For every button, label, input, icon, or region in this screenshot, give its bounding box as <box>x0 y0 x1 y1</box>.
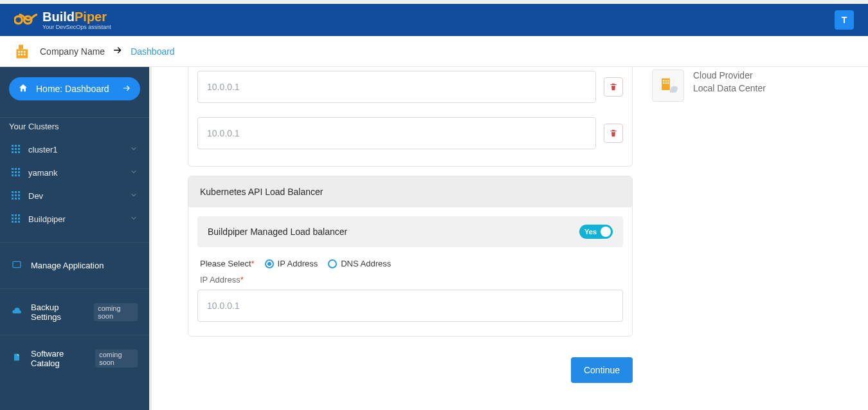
svg-rect-50 <box>667 80 669 82</box>
breadcrumb-current[interactable]: Dashboard <box>131 46 175 57</box>
sidebar-cluster-item[interactable]: cluster1 <box>0 138 149 161</box>
grid-icon <box>12 145 21 154</box>
sidebar-item-backup-settings[interactable]: Backup Settings coming soon <box>0 288 149 335</box>
sidebar-cluster-item[interactable]: yamank <box>0 161 149 184</box>
grid-icon <box>12 168 21 177</box>
radio-ip-address[interactable]: IP Address <box>265 259 318 268</box>
svg-rect-33 <box>18 194 20 196</box>
svg-rect-25 <box>12 174 14 176</box>
sidebar-cluster-item[interactable]: Dev <box>0 184 149 207</box>
svg-rect-52 <box>665 82 667 84</box>
grid-icon <box>12 214 21 223</box>
breadcrumb: Company Name Dashboard <box>0 36 868 67</box>
cloud-icon <box>12 306 22 318</box>
svg-rect-47 <box>662 79 670 90</box>
sidebar-cluster-label: Dev <box>28 191 122 201</box>
managed-lb-toggle[interactable]: Yes <box>579 225 613 239</box>
svg-rect-36 <box>18 198 20 200</box>
top-bar: BuildPiper Your DevSecOps assistant T <box>0 0 868 36</box>
svg-rect-39 <box>18 214 20 216</box>
sidebar-home[interactable]: Home: Dashboard <box>9 77 140 100</box>
svg-rect-8 <box>21 53 23 55</box>
svg-rect-3 <box>19 44 23 49</box>
svg-rect-7 <box>18 53 20 55</box>
sidebar-item-label: Software Catalog <box>31 349 86 368</box>
svg-rect-4 <box>18 51 20 53</box>
svg-rect-21 <box>18 168 20 170</box>
sidebar-cluster-label: yamank <box>28 168 122 178</box>
ip-input[interactable] <box>197 117 596 149</box>
svg-rect-34 <box>12 198 14 200</box>
sidebar-cluster-item[interactable]: Buildpiper <box>0 207 149 230</box>
delete-ip-button[interactable] <box>604 124 623 143</box>
grid-icon <box>12 191 21 200</box>
application-icon <box>12 259 22 272</box>
sidebar-item-manage-application[interactable]: Manage Application <box>0 242 149 288</box>
arrow-right-icon <box>113 45 123 58</box>
radio-label: DNS Address <box>341 259 391 268</box>
user-avatar-button[interactable]: T <box>835 10 854 30</box>
svg-rect-12 <box>18 145 20 147</box>
continue-button[interactable]: Continue <box>571 357 633 383</box>
address-type-row: Please Select* IP Address DNS Address <box>197 259 623 268</box>
svg-rect-19 <box>12 168 14 170</box>
svg-rect-48 <box>663 80 664 82</box>
svg-rect-11 <box>15 145 17 147</box>
svg-rect-29 <box>15 191 17 193</box>
brand: BuildPiper Your DevSecOps assistant <box>14 10 111 30</box>
svg-rect-35 <box>15 198 17 200</box>
svg-rect-17 <box>15 151 17 153</box>
brand-logo-icon <box>14 12 37 28</box>
main-content: Kubernetes API Load Balancer Buildpiper … <box>149 67 868 410</box>
svg-rect-37 <box>12 214 14 216</box>
info-line: Cloud Provider <box>693 70 766 82</box>
sidebar-section-clusters: Your Clusters <box>0 117 149 138</box>
catalog-icon <box>12 352 22 364</box>
brand-name: BuildPiper <box>42 10 111 23</box>
svg-rect-46 <box>13 261 21 267</box>
svg-rect-53 <box>667 82 669 84</box>
svg-rect-40 <box>12 218 14 219</box>
company-icon <box>14 43 32 60</box>
sidebar-cluster-label: Buildpiper <box>28 214 122 224</box>
ip-input[interactable] <box>197 71 596 103</box>
sidebar-home-label: Home: Dashboard <box>36 84 114 94</box>
radio-icon <box>265 259 274 268</box>
cloud-provider-icon <box>652 70 684 102</box>
svg-rect-26 <box>15 174 17 176</box>
managed-lb-label: Buildpiper Managed Load balancer <box>208 227 347 237</box>
svg-rect-9 <box>24 53 26 55</box>
chevron-down-icon <box>130 167 138 178</box>
svg-rect-15 <box>18 148 20 150</box>
svg-rect-5 <box>21 51 23 53</box>
svg-point-0 <box>15 16 22 23</box>
breadcrumb-company: Company Name <box>40 46 105 57</box>
chevron-down-icon <box>130 191 138 201</box>
svg-rect-32 <box>15 194 17 196</box>
lb-ip-input[interactable] <box>197 290 623 322</box>
svg-rect-42 <box>18 218 20 219</box>
delete-ip-button[interactable] <box>604 77 623 97</box>
svg-rect-16 <box>12 151 14 153</box>
radio-dns-address[interactable]: DNS Address <box>328 259 391 268</box>
home-icon <box>18 83 28 95</box>
svg-rect-31 <box>12 194 14 196</box>
svg-rect-38 <box>15 214 17 216</box>
svg-rect-30 <box>18 191 20 193</box>
sidebar-item-label: Manage Application <box>31 261 104 270</box>
managed-lb-row: Buildpiper Managed Load balancer Yes <box>197 216 623 247</box>
chevron-down-icon <box>130 214 138 224</box>
info-sidebar: Cloud Provider Local Data Center <box>652 67 845 395</box>
svg-rect-28 <box>12 191 14 193</box>
sidebar-item-software-catalog[interactable]: Software Catalog coming soon <box>0 335 149 381</box>
svg-rect-49 <box>665 80 667 82</box>
info-line: Local Data Center <box>693 82 766 95</box>
sidebar-item-label: Backup Settings <box>31 303 85 322</box>
ip-field-label: IP Address* <box>200 275 623 284</box>
svg-rect-45 <box>18 221 20 223</box>
svg-rect-18 <box>18 151 20 153</box>
brand-tagline: Your DevSecOps assistant <box>42 24 111 30</box>
svg-rect-10 <box>12 145 14 147</box>
panel-load-balancer: Kubernetes API Load Balancer Buildpiper … <box>188 176 633 337</box>
arrow-right-icon <box>122 84 131 95</box>
